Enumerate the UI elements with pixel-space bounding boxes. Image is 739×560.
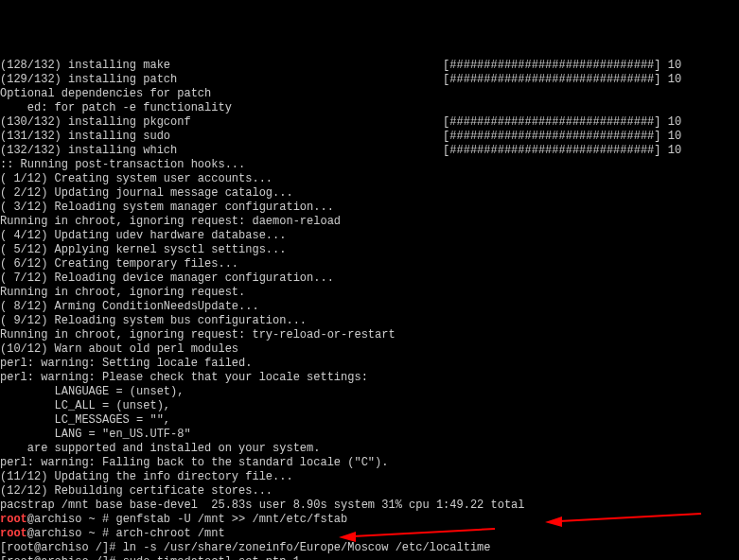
terminal-line: (128/132) installing make [#############… [0, 59, 739, 73]
terminal-line: :: Running post-transaction hooks... [0, 158, 739, 172]
terminal-line: [root@archiso /]# sudo timedatectl set-n… [0, 555, 739, 560]
output-text: ( 7/12) Reloading device manager configu… [0, 271, 334, 285]
output-text: pacstrap /mnt base base-devel 25.83s use… [0, 499, 525, 512]
install-line: (129/132) installing patch [############… [0, 73, 681, 86]
terminal-line: ( 6/12) Creating temporary files... [0, 257, 739, 271]
terminal-line: (130/132) installing pkgconf [##########… [0, 115, 739, 130]
terminal-line: Running in chroot, ignoring request. [0, 286, 739, 300]
terminal-line: [root@archiso /]# ln -s /usr/share/zonei… [0, 541, 739, 555]
output-text: are supported and installed on your syst… [0, 442, 320, 455]
terminal-line: (12/12) Rebuilding certificate stores... [0, 484, 739, 499]
output-text: Running in chroot, ignoring request. [0, 286, 245, 299]
terminal-line: (132/132) installing which [############… [0, 144, 739, 158]
terminal-line: root@archiso ~ # arch-chroot /mnt [0, 527, 739, 541]
terminal-line: Running in chroot, ignoring request: try… [0, 328, 739, 342]
terminal-line: (131/132) installing sudo [#############… [0, 130, 739, 144]
terminal-line: ( 5/12) Applying kernel sysctl settings.… [0, 243, 739, 257]
command-text: sudo timedatectl set-ntp 1 [123, 555, 300, 560]
terminal-line: Running in chroot, ignoring request: dae… [0, 215, 739, 229]
output-text: ( 3/12) Reloading system manager configu… [0, 201, 334, 214]
output-text: LC_MESSAGES = "", [0, 413, 170, 427]
terminal-line: (11/12) Updating the info directory file… [0, 470, 739, 484]
output-text: Running in chroot, ignoring request: dae… [0, 215, 341, 228]
terminal-line: perl: warning: Falling back to the stand… [0, 456, 739, 470]
terminal-line: ( 1/12) Creating system user accounts... [0, 172, 739, 186]
terminal-line: LANG = "en_US.UTF-8" [0, 428, 739, 442]
output-text: ( 4/12) Updating udev hardware database.… [0, 229, 286, 242]
terminal-line: ( 2/12) Updating journal message catalog… [0, 186, 739, 201]
output-text: perl: warning: Please check that your lo… [0, 371, 368, 384]
output-text: (12/12) Rebuilding certificate stores... [0, 484, 273, 498]
output-text: LANGUAGE = (unset), [0, 385, 184, 398]
output-text: ( 9/12) Reloading system bus configurati… [0, 314, 307, 327]
terminal-line: LC_ALL = (unset), [0, 399, 739, 413]
output-text: ( 2/12) Updating journal message catalog… [0, 186, 293, 200]
output-text: (11/12) Updating the info directory file… [0, 470, 293, 483]
output-text: ( 6/12) Creating temporary files... [0, 257, 238, 271]
terminal-line: Optional dependencies for patch [0, 87, 739, 101]
terminal-line: (129/132) installing patch [############… [0, 73, 739, 87]
chroot-prompt: [root@archiso /]# [0, 555, 123, 560]
terminal-line: (10/12) Warn about old perl modules [0, 342, 739, 357]
terminal-line: ( 7/12) Reloading device manager configu… [0, 271, 739, 286]
output-text: ( 1/12) Creating system user accounts... [0, 172, 273, 185]
terminal-line: root@archiso ~ # genfstab -U /mnt >> /mn… [0, 513, 739, 527]
terminal-line: perl: warning: Setting locale failed. [0, 357, 739, 371]
output-text: :: Running post-transaction hooks... [0, 158, 245, 171]
chroot-prompt: [root@archiso /]# [0, 541, 123, 554]
command-text: ln -s /usr/share/zoneinfo/Europe/Moscow … [123, 541, 491, 554]
terminal-line: ( 3/12) Reloading system manager configu… [0, 201, 739, 215]
output-text: Optional dependencies for patch [0, 87, 211, 100]
install-line: (131/132) installing sudo [#############… [0, 130, 681, 143]
terminal-line: LC_MESSAGES = "", [0, 413, 739, 428]
terminal-line: ( 4/12) Updating udev hardware database.… [0, 229, 739, 243]
output-text: LC_ALL = (unset), [0, 399, 170, 412]
terminal-line: perl: warning: Please check that your lo… [0, 371, 739, 385]
terminal-line: LANGUAGE = (unset), [0, 385, 739, 399]
terminal-line: are supported and installed on your syst… [0, 442, 739, 456]
prompt-rest: @archiso ~ # arch-chroot /mnt [27, 527, 225, 540]
terminal-line: ( 9/12) Reloading system bus configurati… [0, 314, 739, 328]
output-text: (10/12) Warn about old perl modules [0, 342, 238, 356]
prompt-user: root [0, 513, 27, 526]
terminal-line: ed: for patch -e functionality [0, 101, 739, 115]
output-text: perl: warning: Setting locale failed. [0, 357, 252, 370]
output-text: ( 5/12) Applying kernel sysctl settings.… [0, 243, 286, 256]
install-line: (128/132) installing make [#############… [0, 59, 681, 72]
output-text: Running in chroot, ignoring request: try… [0, 328, 396, 341]
output-text: ( 8/12) Arming ConditionNeedsUpdate... [0, 300, 259, 313]
terminal-output[interactable]: (128/132) installing make [#############… [0, 57, 739, 560]
install-line: (132/132) installing which [############… [0, 144, 681, 157]
terminal-line: pacstrap /mnt base base-devel 25.83s use… [0, 499, 739, 513]
output-text: perl: warning: Falling back to the stand… [0, 456, 388, 469]
terminal-line: ( 8/12) Arming ConditionNeedsUpdate... [0, 300, 739, 314]
output-text: ed: for patch -e functionality [0, 101, 232, 114]
install-line: (130/132) installing pkgconf [##########… [0, 115, 681, 129]
output-text: LANG = "en_US.UTF-8" [0, 428, 191, 441]
prompt-user: root [0, 527, 27, 540]
prompt-rest: @archiso ~ # genfstab -U /mnt >> /mnt/et… [27, 513, 347, 526]
